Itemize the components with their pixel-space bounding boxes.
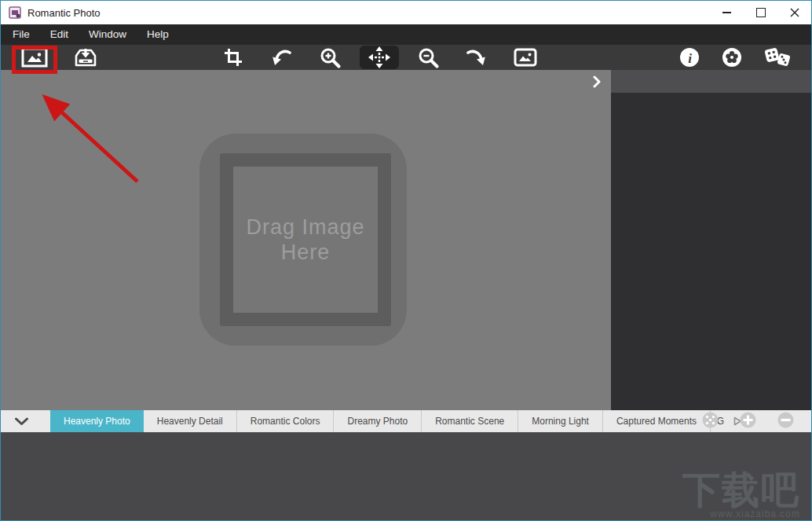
drop-zone-label-line1: Drag Image [246, 215, 364, 240]
tab-heavenly-photo[interactable]: Heavenly Photo [50, 410, 144, 432]
effects-button[interactable] [715, 45, 749, 70]
close-button[interactable] [777, 1, 811, 24]
tab-romantic-scene[interactable]: Romantic Scene [422, 410, 518, 432]
menu-file[interactable]: File [2, 24, 40, 45]
watermark-title: 下载吧 [682, 472, 800, 508]
zoom-in-button[interactable] [313, 45, 347, 70]
import-image-icon [73, 47, 98, 68]
import-image-button[interactable] [68, 45, 103, 70]
random-preset-button[interactable] [702, 412, 719, 431]
svg-text:i: i [688, 51, 692, 66]
app-logo-icon [9, 6, 21, 19]
plus-icon [740, 412, 756, 428]
toolbar: i [1, 45, 811, 70]
tab-morning-light[interactable]: Morning Light [518, 410, 603, 432]
tab-romantic-colors[interactable]: Romantic Colors [237, 410, 335, 432]
right-panel-header [611, 70, 812, 93]
rotate-left-button[interactable] [264, 45, 298, 70]
info-icon: i [679, 47, 700, 68]
app-window: Romantic Photo File Edit Window Help [0, 0, 812, 521]
zoom-in-icon [320, 47, 341, 68]
canvas-area: Drag Image Here [1, 70, 611, 410]
menu-help[interactable]: Help [137, 24, 179, 45]
minimize-icon [722, 12, 731, 13]
rotate-left-icon [271, 49, 291, 67]
move-icon [368, 46, 391, 69]
preset-tabs: Heavenly Photo Heavenly Detail Romantic … [50, 410, 726, 432]
crop-tool-button[interactable] [216, 45, 251, 70]
close-icon [790, 8, 799, 17]
remove-preset-button[interactable] [777, 412, 794, 431]
title-bar: Romantic Photo [1, 1, 811, 24]
maximize-button[interactable] [744, 1, 777, 24]
preview-image-icon [514, 48, 537, 67]
dice-icon [763, 46, 792, 69]
window-controls [710, 1, 811, 24]
tab-dreamy-photo[interactable]: Dreamy Photo [334, 410, 422, 432]
crop-icon [224, 48, 243, 67]
minus-icon [777, 412, 794, 428]
tab-captured-moments[interactable]: Captured Moments [603, 410, 711, 432]
annotation-highlight-box [12, 46, 57, 74]
right-panel [611, 70, 812, 410]
thumbnail-strip: 下载吧 www.xiazaiba.com [1, 432, 811, 521]
rotate-right-button[interactable] [459, 45, 494, 70]
randomize-button[interactable] [760, 45, 795, 70]
panel-toggle-button[interactable] [592, 75, 602, 92]
random-dice-icon [702, 412, 719, 428]
menu-window[interactable]: Window [79, 24, 137, 45]
tabbar-actions [702, 410, 794, 432]
drop-zone-label-line2: Here [246, 240, 364, 265]
maximize-icon [756, 8, 766, 17]
chevron-right-icon [592, 75, 602, 89]
tab-heavenly-detail[interactable]: Heavenly Detail [144, 410, 237, 432]
preview-image-button[interactable] [508, 45, 543, 70]
rotate-right-icon [466, 49, 487, 67]
zoom-out-icon [418, 47, 439, 68]
window-title: Romantic Photo [27, 7, 101, 19]
tabbar-collapse-button[interactable] [5, 410, 37, 432]
chevron-down-icon [14, 417, 29, 426]
move-tool-button[interactable] [360, 46, 399, 69]
drop-zone[interactable]: Drag Image Here [199, 134, 407, 346]
add-preset-button[interactable] [740, 412, 756, 431]
info-button[interactable]: i [672, 45, 707, 70]
zoom-out-button[interactable] [411, 45, 445, 70]
preset-tab-bar: Heavenly Photo Heavenly Detail Romantic … [1, 410, 811, 432]
minimize-button[interactable] [710, 1, 744, 24]
menu-edit[interactable]: Edit [40, 24, 79, 45]
drop-zone-frame: Drag Image Here [220, 153, 391, 326]
effects-flower-icon [722, 47, 742, 68]
watermark: 下载吧 www.xiazaiba.com [682, 472, 800, 519]
menu-bar: File Edit Window Help [1, 24, 811, 45]
drop-zone-label: Drag Image Here [246, 215, 364, 265]
